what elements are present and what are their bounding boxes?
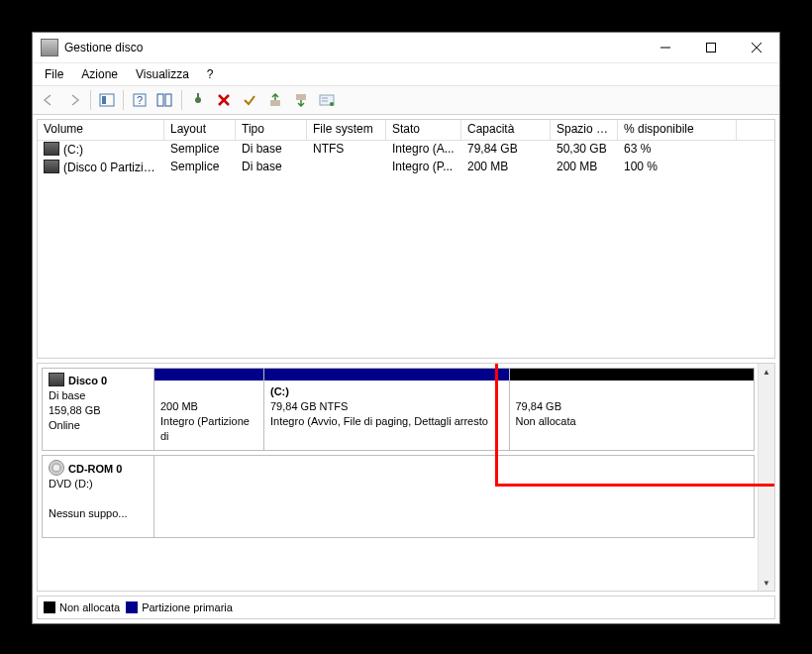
partition-bar (510, 369, 755, 381)
svg-text:?: ? (137, 94, 143, 106)
disk-icon (49, 373, 64, 386)
legend-label-primary: Partizione primaria (142, 601, 233, 613)
vol-fs (307, 159, 386, 176)
action-icon-1[interactable] (263, 89, 287, 111)
vol-stato: Integro (P... (386, 159, 461, 176)
partition-size: 79,84 GB (516, 400, 561, 412)
refresh-icon[interactable] (186, 89, 210, 111)
vol-layout: Semplice (164, 159, 236, 176)
col-layout[interactable]: Layout (164, 120, 236, 140)
vol-pct: 100 % (618, 159, 737, 176)
disk-info[interactable]: CD-ROM 0 DVD (D:) Nessun suppo... (43, 456, 154, 537)
window-title: Gestione disco (64, 41, 643, 54)
volume-list[interactable]: Volume Layout Tipo File system Stato Cap… (37, 119, 775, 359)
partition-unallocated[interactable]: 79,84 GB Non allocata (510, 369, 755, 450)
col-spazio[interactable]: Spazio d... (551, 120, 618, 140)
vol-spazio: 50,30 GB (551, 141, 618, 159)
back-button[interactable] (37, 89, 60, 111)
scroll-up-icon[interactable]: ▲ (759, 364, 774, 380)
partition-detail: Integro (Avvio, File di paging, Dettagli… (270, 415, 488, 427)
disk-row: Disco 0 Di base 159,88 GB Online 200 MB … (42, 368, 755, 451)
vol-name: (C:) (63, 143, 83, 157)
help-button[interactable]: ? (128, 89, 152, 111)
partition-c-drive[interactable]: (C:) 79,84 GB NTFS Integro (Avvio, File … (264, 369, 510, 450)
legend-label-unallocated: Non allocata (59, 601, 120, 613)
legend: Non allocata Partizione primaria (37, 596, 775, 619)
legend-swatch-primary (126, 601, 138, 613)
toolbar-separator (181, 90, 182, 110)
col-cap[interactable]: Capacità (461, 120, 551, 140)
vol-fs: NTFS (307, 141, 386, 159)
scroll-down-icon[interactable]: ▼ (759, 575, 774, 591)
svg-rect-15 (296, 94, 306, 100)
col-fs[interactable]: File system (307, 120, 386, 140)
titlebar[interactable]: Gestione disco (33, 33, 779, 63)
properties-icon[interactable] (315, 89, 339, 111)
toolbar-separator (123, 90, 124, 110)
view-buttons[interactable] (153, 89, 177, 111)
app-icon (41, 39, 58, 56)
vol-layout: Semplice (164, 141, 236, 159)
col-volume[interactable]: Volume (38, 120, 164, 140)
disk-type: Di base (49, 389, 85, 401)
volume-icon (44, 142, 59, 156)
vol-pct: 63 % (618, 141, 737, 159)
disk-size: 159,88 GB (49, 404, 101, 416)
list-header: Volume Layout Tipo File system Stato Cap… (38, 120, 774, 141)
scrollbar[interactable]: ▲ ▼ (758, 364, 774, 591)
partition-system-reserved[interactable]: 200 MB Integro (Partizione di (154, 369, 264, 450)
svg-rect-14 (270, 100, 280, 106)
col-pct[interactable]: % disponibile (618, 120, 737, 140)
cdrom-message: Nessun suppo... (49, 507, 128, 519)
list-item[interactable]: (C:) Semplice Di base NTFS Integro (A...… (38, 141, 774, 159)
partition-size: 200 MB (160, 400, 198, 412)
col-stato[interactable]: Stato (386, 120, 461, 140)
menu-visualizza[interactable]: Visualizza (128, 65, 197, 83)
legend-swatch-unallocated (44, 601, 55, 613)
disk-title: CD-ROM 0 (68, 463, 122, 475)
col-tipo[interactable]: Tipo (236, 120, 307, 140)
vol-spazio: 200 MB (551, 159, 618, 176)
svg-rect-9 (165, 94, 171, 106)
vol-tipo: Di base (236, 141, 307, 159)
check-icon[interactable] (238, 89, 261, 111)
delete-icon[interactable] (212, 89, 236, 111)
disk-title: Disco 0 (68, 375, 107, 386)
partition-bar (154, 369, 263, 381)
menu-file[interactable]: File (37, 65, 71, 83)
disk-row: CD-ROM 0 DVD (D:) Nessun suppo... (42, 455, 755, 538)
partition-detail: Non allocata (516, 415, 576, 427)
disk-status: Online (49, 419, 80, 431)
minimize-button[interactable] (643, 34, 688, 61)
show-hide-button[interactable] (95, 89, 119, 111)
forward-button[interactable] (62, 89, 86, 111)
graphical-pane: Disco 0 Di base 159,88 GB Online 200 MB … (37, 363, 775, 592)
partition-detail: Integro (Partizione di (160, 415, 250, 442)
volume-icon (44, 160, 59, 173)
disk-info[interactable]: Disco 0 Di base 159,88 GB Online (43, 369, 154, 450)
vol-cap: 79,84 GB (461, 141, 551, 159)
partition-bar (264, 369, 509, 381)
vol-cap: 200 MB (461, 159, 551, 176)
cdrom-device: DVD (D:) (49, 478, 93, 490)
maximize-button[interactable] (688, 34, 734, 61)
menu-azione[interactable]: Azione (73, 65, 126, 83)
toolbar: ? (33, 85, 779, 115)
disk-management-window: Gestione disco File Azione Visualizza ? … (32, 32, 780, 624)
menubar: File Azione Visualizza ? (33, 63, 779, 85)
list-item[interactable]: (Disco 0 Partizione... Semplice Di base … (38, 159, 774, 176)
svg-rect-8 (157, 94, 163, 106)
cdrom-icon (49, 460, 64, 476)
action-icon-2[interactable] (289, 89, 313, 111)
svg-rect-11 (197, 93, 199, 98)
svg-rect-1 (707, 44, 716, 53)
partition-title: (C:) (270, 385, 289, 397)
menu-help[interactable]: ? (199, 65, 222, 83)
vol-tipo: Di base (236, 159, 307, 176)
svg-point-19 (330, 102, 334, 106)
close-button[interactable] (734, 34, 779, 61)
toolbar-separator (90, 90, 91, 110)
partition-size: 79,84 GB NTFS (270, 400, 348, 412)
vol-stato: Integro (A... (386, 141, 461, 159)
vol-name: (Disco 0 Partizione... (63, 161, 164, 174)
